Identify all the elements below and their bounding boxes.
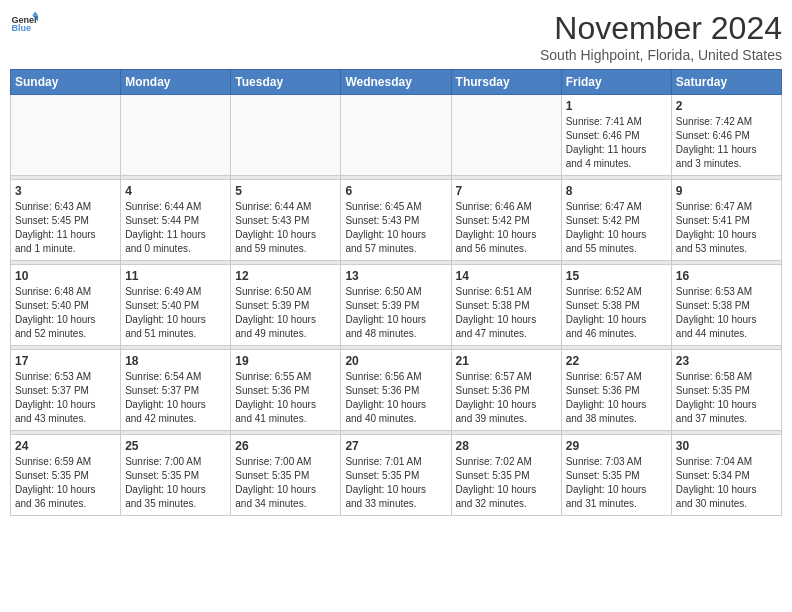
calendar-week-row: 24Sunrise: 6:59 AM Sunset: 5:35 PM Dayli… [11, 435, 782, 516]
day-info: Sunrise: 6:45 AM Sunset: 5:43 PM Dayligh… [345, 200, 446, 256]
calendar-week-row: 17Sunrise: 6:53 AM Sunset: 5:37 PM Dayli… [11, 350, 782, 431]
calendar-cell: 14Sunrise: 6:51 AM Sunset: 5:38 PM Dayli… [451, 265, 561, 346]
month-title: November 2024 [540, 10, 782, 47]
day-number: 12 [235, 269, 336, 283]
calendar-cell: 2Sunrise: 7:42 AM Sunset: 6:46 PM Daylig… [671, 95, 781, 176]
calendar-cell [341, 95, 451, 176]
day-info: Sunrise: 6:44 AM Sunset: 5:43 PM Dayligh… [235, 200, 336, 256]
day-info: Sunrise: 6:53 AM Sunset: 5:37 PM Dayligh… [15, 370, 116, 426]
calendar-cell: 18Sunrise: 6:54 AM Sunset: 5:37 PM Dayli… [121, 350, 231, 431]
calendar-cell: 15Sunrise: 6:52 AM Sunset: 5:38 PM Dayli… [561, 265, 671, 346]
day-info: Sunrise: 6:58 AM Sunset: 5:35 PM Dayligh… [676, 370, 777, 426]
day-number: 7 [456, 184, 557, 198]
day-number: 8 [566, 184, 667, 198]
weekday-header-monday: Monday [121, 70, 231, 95]
weekday-header-tuesday: Tuesday [231, 70, 341, 95]
day-number: 10 [15, 269, 116, 283]
day-info: Sunrise: 6:52 AM Sunset: 5:38 PM Dayligh… [566, 285, 667, 341]
calendar-cell: 25Sunrise: 7:00 AM Sunset: 5:35 PM Dayli… [121, 435, 231, 516]
day-number: 19 [235, 354, 336, 368]
day-info: Sunrise: 6:50 AM Sunset: 5:39 PM Dayligh… [235, 285, 336, 341]
calendar-cell: 10Sunrise: 6:48 AM Sunset: 5:40 PM Dayli… [11, 265, 121, 346]
header: General Blue November 2024 South Highpoi… [10, 10, 782, 63]
day-number: 26 [235, 439, 336, 453]
svg-text:Blue: Blue [11, 23, 31, 33]
day-number: 3 [15, 184, 116, 198]
day-info: Sunrise: 7:42 AM Sunset: 6:46 PM Dayligh… [676, 115, 777, 171]
calendar-cell: 11Sunrise: 6:49 AM Sunset: 5:40 PM Dayli… [121, 265, 231, 346]
calendar-cell: 24Sunrise: 6:59 AM Sunset: 5:35 PM Dayli… [11, 435, 121, 516]
calendar-cell: 22Sunrise: 6:57 AM Sunset: 5:36 PM Dayli… [561, 350, 671, 431]
calendar-cell: 21Sunrise: 6:57 AM Sunset: 5:36 PM Dayli… [451, 350, 561, 431]
day-number: 28 [456, 439, 557, 453]
day-info: Sunrise: 6:47 AM Sunset: 5:41 PM Dayligh… [676, 200, 777, 256]
day-number: 24 [15, 439, 116, 453]
calendar-week-row: 10Sunrise: 6:48 AM Sunset: 5:40 PM Dayli… [11, 265, 782, 346]
day-info: Sunrise: 6:55 AM Sunset: 5:36 PM Dayligh… [235, 370, 336, 426]
calendar-cell: 4Sunrise: 6:44 AM Sunset: 5:44 PM Daylig… [121, 180, 231, 261]
calendar-cell: 8Sunrise: 6:47 AM Sunset: 5:42 PM Daylig… [561, 180, 671, 261]
day-number: 6 [345, 184, 446, 198]
calendar-cell: 16Sunrise: 6:53 AM Sunset: 5:38 PM Dayli… [671, 265, 781, 346]
calendar-cell: 20Sunrise: 6:56 AM Sunset: 5:36 PM Dayli… [341, 350, 451, 431]
weekday-header-friday: Friday [561, 70, 671, 95]
weekday-header-row: SundayMondayTuesdayWednesdayThursdayFrid… [11, 70, 782, 95]
subtitle: South Highpoint, Florida, United States [540, 47, 782, 63]
calendar-cell: 3Sunrise: 6:43 AM Sunset: 5:45 PM Daylig… [11, 180, 121, 261]
day-number: 15 [566, 269, 667, 283]
day-info: Sunrise: 7:41 AM Sunset: 6:46 PM Dayligh… [566, 115, 667, 171]
day-number: 14 [456, 269, 557, 283]
day-info: Sunrise: 6:56 AM Sunset: 5:36 PM Dayligh… [345, 370, 446, 426]
calendar-cell: 26Sunrise: 7:00 AM Sunset: 5:35 PM Dayli… [231, 435, 341, 516]
calendar-cell: 19Sunrise: 6:55 AM Sunset: 5:36 PM Dayli… [231, 350, 341, 431]
calendar-cell: 7Sunrise: 6:46 AM Sunset: 5:42 PM Daylig… [451, 180, 561, 261]
day-number: 9 [676, 184, 777, 198]
day-number: 18 [125, 354, 226, 368]
day-info: Sunrise: 6:54 AM Sunset: 5:37 PM Dayligh… [125, 370, 226, 426]
day-info: Sunrise: 6:57 AM Sunset: 5:36 PM Dayligh… [456, 370, 557, 426]
day-info: Sunrise: 6:47 AM Sunset: 5:42 PM Dayligh… [566, 200, 667, 256]
day-number: 11 [125, 269, 226, 283]
calendar-cell: 30Sunrise: 7:04 AM Sunset: 5:34 PM Dayli… [671, 435, 781, 516]
calendar: SundayMondayTuesdayWednesdayThursdayFrid… [10, 69, 782, 516]
logo-icon: General Blue [10, 10, 38, 38]
day-info: Sunrise: 6:59 AM Sunset: 5:35 PM Dayligh… [15, 455, 116, 511]
day-info: Sunrise: 7:01 AM Sunset: 5:35 PM Dayligh… [345, 455, 446, 511]
day-number: 13 [345, 269, 446, 283]
day-number: 25 [125, 439, 226, 453]
day-number: 5 [235, 184, 336, 198]
day-info: Sunrise: 7:02 AM Sunset: 5:35 PM Dayligh… [456, 455, 557, 511]
calendar-cell: 28Sunrise: 7:02 AM Sunset: 5:35 PM Dayli… [451, 435, 561, 516]
day-number: 17 [15, 354, 116, 368]
day-info: Sunrise: 6:53 AM Sunset: 5:38 PM Dayligh… [676, 285, 777, 341]
day-info: Sunrise: 6:51 AM Sunset: 5:38 PM Dayligh… [456, 285, 557, 341]
day-number: 23 [676, 354, 777, 368]
calendar-cell: 27Sunrise: 7:01 AM Sunset: 5:35 PM Dayli… [341, 435, 451, 516]
calendar-cell [11, 95, 121, 176]
weekday-header-thursday: Thursday [451, 70, 561, 95]
calendar-cell: 29Sunrise: 7:03 AM Sunset: 5:35 PM Dayli… [561, 435, 671, 516]
day-number: 27 [345, 439, 446, 453]
calendar-cell [231, 95, 341, 176]
calendar-cell: 6Sunrise: 6:45 AM Sunset: 5:43 PM Daylig… [341, 180, 451, 261]
day-info: Sunrise: 6:44 AM Sunset: 5:44 PM Dayligh… [125, 200, 226, 256]
calendar-cell: 17Sunrise: 6:53 AM Sunset: 5:37 PM Dayli… [11, 350, 121, 431]
day-number: 20 [345, 354, 446, 368]
day-number: 16 [676, 269, 777, 283]
day-number: 1 [566, 99, 667, 113]
title-area: November 2024 South Highpoint, Florida, … [540, 10, 782, 63]
day-number: 2 [676, 99, 777, 113]
day-info: Sunrise: 7:00 AM Sunset: 5:35 PM Dayligh… [235, 455, 336, 511]
calendar-cell: 1Sunrise: 7:41 AM Sunset: 6:46 PM Daylig… [561, 95, 671, 176]
day-info: Sunrise: 7:04 AM Sunset: 5:34 PM Dayligh… [676, 455, 777, 511]
svg-marker-2 [32, 11, 38, 15]
day-info: Sunrise: 6:46 AM Sunset: 5:42 PM Dayligh… [456, 200, 557, 256]
day-number: 29 [566, 439, 667, 453]
calendar-week-row: 1Sunrise: 7:41 AM Sunset: 6:46 PM Daylig… [11, 95, 782, 176]
day-info: Sunrise: 6:43 AM Sunset: 5:45 PM Dayligh… [15, 200, 116, 256]
weekday-header-sunday: Sunday [11, 70, 121, 95]
day-number: 30 [676, 439, 777, 453]
calendar-cell [451, 95, 561, 176]
day-info: Sunrise: 7:00 AM Sunset: 5:35 PM Dayligh… [125, 455, 226, 511]
weekday-header-saturday: Saturday [671, 70, 781, 95]
